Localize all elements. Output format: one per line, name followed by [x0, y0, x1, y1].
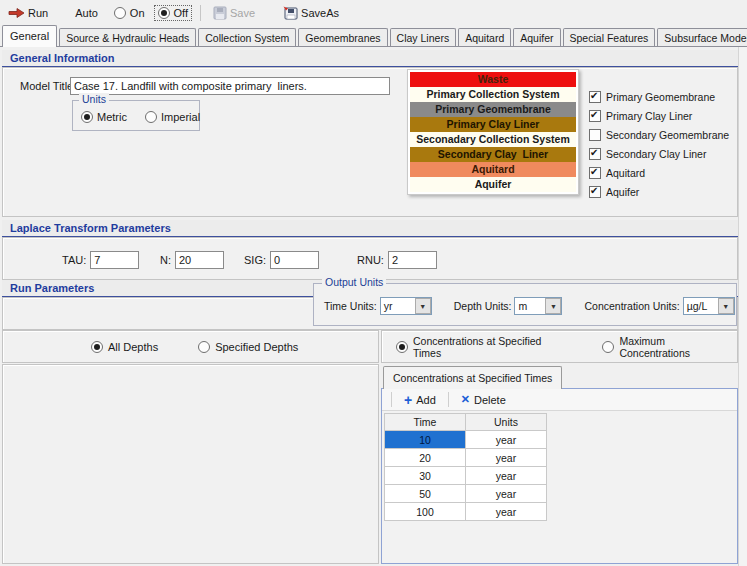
tab[interactable]: General: [2, 25, 57, 47]
saveas-button[interactable]: SaveAs: [280, 4, 342, 22]
delete-button-label: Delete: [474, 394, 506, 406]
metric-radio-label: Metric: [97, 111, 127, 123]
layer-stack-row: Aquifer: [410, 177, 576, 192]
dropdown-arrow-icon[interactable]: ▼: [718, 298, 734, 314]
times-table-header-row: Time Units: [385, 414, 547, 431]
tab[interactable]: Subsurface Model: [657, 28, 747, 47]
output-units-groupbox: Output Units Time Units: yr ▼ Depth Unit…: [313, 283, 737, 326]
tab-concentrations-at-specified-times[interactable]: Concentrations at Specified Times: [383, 366, 562, 389]
rnu-label: RNU:: [357, 254, 384, 266]
auto-off-radio-circle[interactable]: [158, 7, 170, 19]
table-row[interactable]: 20 year: [385, 449, 547, 467]
laplace-title: Laplace Transform Parameters: [10, 222, 171, 234]
n-label: N:: [160, 254, 171, 266]
time-units-dropdown[interactable]: yr ▼: [380, 297, 432, 315]
checkbox-icon[interactable]: [589, 110, 601, 122]
max-concentrations-radio[interactable]: [602, 341, 614, 353]
tab[interactable]: Geomembranes: [298, 28, 387, 47]
layer-checkbox-label: Aquitard: [606, 167, 645, 179]
layer-checkbox-row[interactable]: Primary Geomembrane: [589, 87, 729, 106]
table-row[interactable]: 30 year: [385, 467, 547, 485]
max-concentrations-label: Maximum Concentrations: [619, 335, 737, 359]
conc-specified-times-radio[interactable]: [396, 341, 408, 353]
units-groupbox-label: Units: [79, 93, 109, 105]
layer-checkbox-row[interactable]: Secondary Clay Liner: [589, 144, 729, 163]
dropdown-arrow-icon[interactable]: ▼: [545, 298, 561, 314]
tab[interactable]: Source & Hydraulic Heads: [59, 28, 196, 47]
tab[interactable]: Aquifer: [513, 28, 560, 47]
times-table: Time Units 10 year 20 year 30 year 50 ye…: [384, 413, 547, 521]
concentration-options-band: Concentrations at Specified Times Maximu…: [381, 330, 738, 363]
dropdown-arrow-icon[interactable]: ▼: [415, 298, 431, 314]
units-cell[interactable]: year: [466, 467, 547, 485]
depth-units-dropdown[interactable]: m ▼: [514, 297, 562, 315]
table-row[interactable]: 100 year: [385, 503, 547, 521]
save-button[interactable]: Save: [210, 4, 258, 22]
layer-checkbox-label: Secondary Clay Liner: [606, 148, 706, 160]
auto-off-label: Off: [174, 7, 188, 19]
checkbox-icon[interactable]: [589, 91, 601, 103]
time-cell[interactable]: 50: [385, 485, 466, 503]
imperial-radio[interactable]: [145, 111, 157, 123]
layer-stack-row: Waste: [410, 72, 576, 87]
layer-checkbox-label: Aquifer: [606, 186, 639, 198]
model-title-input[interactable]: [70, 77, 390, 95]
checkbox-icon[interactable]: [589, 186, 601, 198]
n-input[interactable]: [175, 251, 224, 269]
conc-tab-label: Concentrations at Specified Times: [393, 372, 552, 384]
add-button-label: Add: [416, 394, 436, 406]
conc-specified-times-label: Concentrations at Specified Times: [413, 335, 570, 359]
table-row[interactable]: 50 year: [385, 485, 547, 503]
auto-on-radio[interactable]: On: [114, 7, 145, 19]
layer-checkbox-label: Secondary Geomembrane: [606, 129, 729, 141]
units-column-header[interactable]: Units: [466, 414, 547, 431]
time-cell[interactable]: 20: [385, 449, 466, 467]
tab[interactable]: Special Features: [563, 28, 656, 47]
time-column-header[interactable]: Time: [385, 414, 466, 431]
tau-input[interactable]: [90, 251, 139, 269]
time-cell[interactable]: 30: [385, 467, 466, 485]
tau-param: TAU:: [62, 251, 139, 269]
tau-label: TAU:: [62, 254, 86, 266]
layer-checkbox-row[interactable]: Aquifer: [589, 182, 729, 201]
layer-stack-row: Aquitard: [410, 162, 576, 177]
layer-checkbox-row[interactable]: Aquitard: [589, 163, 729, 182]
vertical-scrollbar[interactable]: [738, 47, 747, 566]
add-button[interactable]: + Add: [398, 392, 442, 408]
time-units-label: Time Units:: [324, 300, 377, 312]
rnu-input[interactable]: [388, 251, 437, 269]
checkbox-icon[interactable]: [589, 148, 601, 160]
rnu-param: RNU:: [357, 251, 437, 269]
concentrations-panel: + Add ✕ Delete Time Units 10 year 20 yea…: [381, 388, 738, 564]
times-table-body: 10 year 20 year 30 year 50 year 100 year: [385, 431, 547, 521]
units-cell[interactable]: year: [466, 449, 547, 467]
metric-radio[interactable]: [81, 111, 93, 123]
specified-depths-radio[interactable]: [198, 341, 210, 353]
layer-checkbox-row[interactable]: Primary Clay Liner: [589, 106, 729, 125]
time-cell[interactable]: 100: [385, 503, 466, 521]
units-cell[interactable]: year: [466, 503, 547, 521]
time-cell[interactable]: 10: [385, 431, 466, 449]
units-cell[interactable]: year: [466, 431, 547, 449]
checkbox-icon[interactable]: [589, 167, 601, 179]
tab[interactable]: Aquitard: [458, 28, 511, 47]
units-cell[interactable]: year: [466, 485, 547, 503]
auto-off-radio[interactable]: Off: [155, 6, 191, 20]
run-button[interactable]: Run: [5, 5, 51, 21]
all-depths-radio[interactable]: [91, 341, 103, 353]
layer-checkbox-list: Primary Geomembrane Primary Clay Liner S…: [589, 87, 729, 201]
auto-on-radio-circle[interactable]: [114, 7, 126, 19]
toolbar-separator: [448, 392, 449, 407]
sig-input[interactable]: [270, 251, 319, 269]
saveas-icon: [283, 6, 298, 20]
main-toolbar: Run Auto On Off Save SaveAs: [0, 0, 747, 25]
layer-checkbox-row[interactable]: Secondary Geomembrane: [589, 125, 729, 144]
checkbox-icon[interactable]: [589, 129, 601, 141]
output-units-label: Output Units: [322, 276, 386, 288]
table-row[interactable]: 10 year: [385, 431, 547, 449]
tab[interactable]: Clay Liners: [390, 28, 457, 47]
laplace-header: Laplace Transform Parameters: [2, 220, 738, 237]
delete-button[interactable]: ✕ Delete: [455, 391, 512, 408]
tab[interactable]: Collection System: [198, 28, 296, 47]
concentration-units-dropdown[interactable]: µg/L ▼: [683, 297, 735, 315]
